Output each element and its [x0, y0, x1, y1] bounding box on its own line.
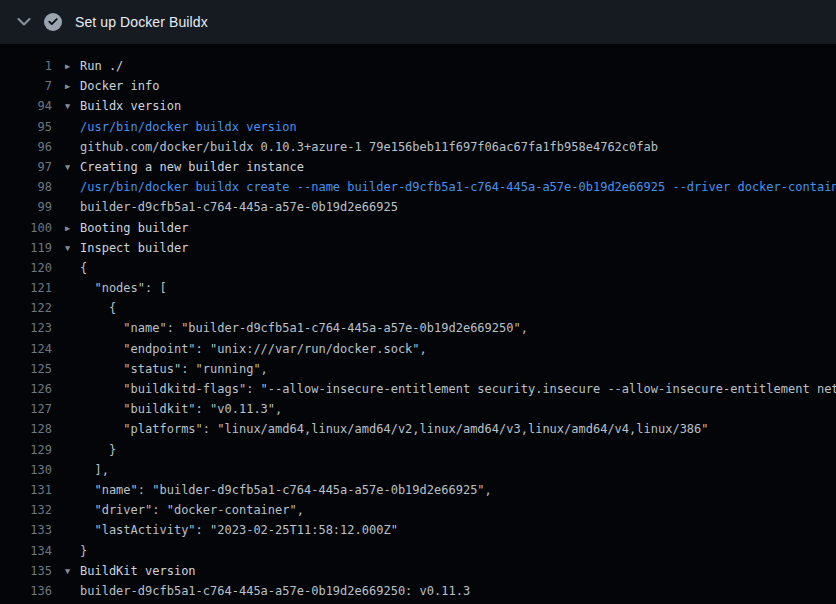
log-group-row[interactable]: 97 ▼ Creating a new builder instance — [0, 157, 836, 177]
log-line-number[interactable]: 120 — [0, 258, 52, 278]
log-line-text: builder-d9cfb5a1-c764-445a-a57e-0b19d2e6… — [80, 581, 470, 601]
log-row: 96 github.com/docker/buildx 0.10.3+azure… — [0, 137, 836, 157]
log-group-row[interactable]: 94 ▼ Buildx version — [0, 96, 836, 116]
step-title: Set up Docker Buildx — [75, 14, 208, 30]
log-line-text: { — [80, 258, 87, 278]
collapse-group-icon[interactable]: ▼ — [52, 561, 80, 581]
log-row: 123 "name": "builder-d9cfb5a1-c764-445a-… — [0, 318, 836, 338]
log-line-text: "lastActivity": "2023-02-25T11:58:12.000… — [80, 520, 398, 540]
log-row: 126 "buildkitd-flags": "--allow-insecure… — [0, 379, 836, 399]
log-line-text: "nodes": [ — [80, 278, 167, 298]
log-line-number[interactable]: 94 — [0, 96, 52, 116]
arrow-slot — [52, 379, 80, 399]
log-line-text: Run ./ — [80, 56, 123, 76]
log-line-number[interactable]: 135 — [0, 561, 52, 581]
arrow-slot — [52, 581, 80, 601]
log-line-number[interactable]: 134 — [0, 541, 52, 561]
log-line-text: BuildKit version — [80, 561, 196, 581]
log-line-number[interactable]: 100 — [0, 218, 52, 238]
log-row: 121 "nodes": [ — [0, 278, 836, 298]
arrow-slot — [52, 318, 80, 338]
log-line-text: "platforms": "linux/amd64,linux/amd64/v2… — [80, 419, 709, 439]
arrow-slot — [52, 460, 80, 480]
log-line-text: "endpoint": "unix:///var/run/docker.sock… — [80, 339, 427, 359]
log-group-row[interactable]: 7 ▶ Docker info — [0, 76, 836, 96]
log-line-number[interactable]: 136 — [0, 581, 52, 601]
log-group-row[interactable]: 1 ▶ Run ./ — [0, 56, 836, 76]
log-line-text: Buildx version — [80, 96, 181, 116]
log-line-number[interactable]: 128 — [0, 419, 52, 439]
arrow-slot — [52, 339, 80, 359]
log-line-number[interactable]: 125 — [0, 359, 52, 379]
log-line-text: Creating a new builder instance — [80, 157, 304, 177]
log-group-row[interactable]: 135 ▼ BuildKit version — [0, 561, 836, 581]
log-line-number[interactable]: 95 — [0, 117, 52, 137]
log-line-number[interactable]: 122 — [0, 298, 52, 318]
check-circle-icon — [44, 13, 62, 31]
log-line-text: "buildkit": "v0.11.3", — [80, 399, 282, 419]
log-line-number[interactable]: 133 — [0, 520, 52, 540]
log-line-number[interactable]: 129 — [0, 440, 52, 460]
arrow-slot — [52, 359, 80, 379]
log-line-number[interactable]: 126 — [0, 379, 52, 399]
arrow-slot — [52, 177, 80, 197]
expand-group-icon[interactable]: ▶ — [52, 76, 80, 96]
log-line-text: Inspect builder — [80, 238, 188, 258]
log-line-text: } — [80, 541, 87, 561]
arrow-slot — [52, 298, 80, 318]
log-line-text: } — [80, 440, 116, 460]
log-line-number[interactable]: 132 — [0, 500, 52, 520]
log-row: 129 } — [0, 440, 836, 460]
log-line-text: "name": "builder-d9cfb5a1-c764-445a-a57e… — [80, 480, 492, 500]
log-line-number[interactable]: 131 — [0, 480, 52, 500]
log-line-number[interactable]: 98 — [0, 177, 52, 197]
log-line-number[interactable]: 124 — [0, 339, 52, 359]
log-row: 132 "driver": "docker-container", — [0, 500, 836, 520]
log-line-number[interactable]: 97 — [0, 157, 52, 177]
step-header[interactable]: Set up Docker Buildx — [0, 0, 836, 44]
expand-group-icon[interactable]: ▶ — [52, 56, 80, 76]
log-row: 125 "status": "running", — [0, 359, 836, 379]
log-line-number[interactable]: 127 — [0, 399, 52, 419]
log-line-number[interactable]: 119 — [0, 238, 52, 258]
log-line-text: "name": "builder-d9cfb5a1-c764-445a-a57e… — [80, 318, 528, 338]
log-line-number[interactable]: 96 — [0, 137, 52, 157]
log-line-number[interactable]: 121 — [0, 278, 52, 298]
log-line-number[interactable]: 7 — [0, 76, 52, 96]
collapse-group-icon[interactable]: ▼ — [52, 238, 80, 258]
log-line-text: "driver": "docker-container", — [80, 500, 304, 520]
log-row: 130 ], — [0, 460, 836, 480]
arrow-slot — [52, 541, 80, 561]
chevron-down-icon[interactable] — [16, 14, 32, 30]
collapse-group-icon[interactable]: ▼ — [52, 96, 80, 116]
log-line-text: /usr/bin/docker buildx version — [80, 117, 297, 137]
log-line-number[interactable]: 130 — [0, 460, 52, 480]
arrow-slot — [52, 419, 80, 439]
log-group-row[interactable]: 119 ▼ Inspect builder — [0, 238, 836, 258]
log-line-text: "status": "running", — [80, 359, 268, 379]
arrow-slot — [52, 399, 80, 419]
log-group-row[interactable]: 100 ▶ Booting builder — [0, 218, 836, 238]
log-row: 98 /usr/bin/docker buildx create --name … — [0, 177, 836, 197]
arrow-slot — [52, 480, 80, 500]
log-line-text: "buildkitd-flags": "--allow-insecure-ent… — [80, 379, 836, 399]
log-line-number[interactable]: 99 — [0, 197, 52, 217]
log-line-text: /usr/bin/docker buildx create --name bui… — [80, 177, 836, 197]
arrow-slot — [52, 137, 80, 157]
log-line-text: github.com/docker/buildx 0.10.3+azure-1 … — [80, 137, 658, 157]
log-row: 99 builder-d9cfb5a1-c764-445a-a57e-0b19d… — [0, 197, 836, 217]
log-row: 131 "name": "builder-d9cfb5a1-c764-445a-… — [0, 480, 836, 500]
log-line-text: builder-d9cfb5a1-c764-445a-a57e-0b19d2e6… — [80, 197, 398, 217]
log-row: 136 builder-d9cfb5a1-c764-445a-a57e-0b19… — [0, 581, 836, 601]
expand-group-icon[interactable]: ▶ — [52, 218, 80, 238]
collapse-group-icon[interactable]: ▼ — [52, 157, 80, 177]
log-line-text: { — [80, 298, 116, 318]
arrow-slot — [52, 500, 80, 520]
log-row: 124 "endpoint": "unix:///var/run/docker.… — [0, 339, 836, 359]
log-line-number[interactable]: 1 — [0, 56, 52, 76]
arrow-slot — [52, 117, 80, 137]
log-row: 122 { — [0, 298, 836, 318]
log-line-text: ], — [80, 460, 109, 480]
log-line-number[interactable]: 123 — [0, 318, 52, 338]
arrow-slot — [52, 197, 80, 217]
